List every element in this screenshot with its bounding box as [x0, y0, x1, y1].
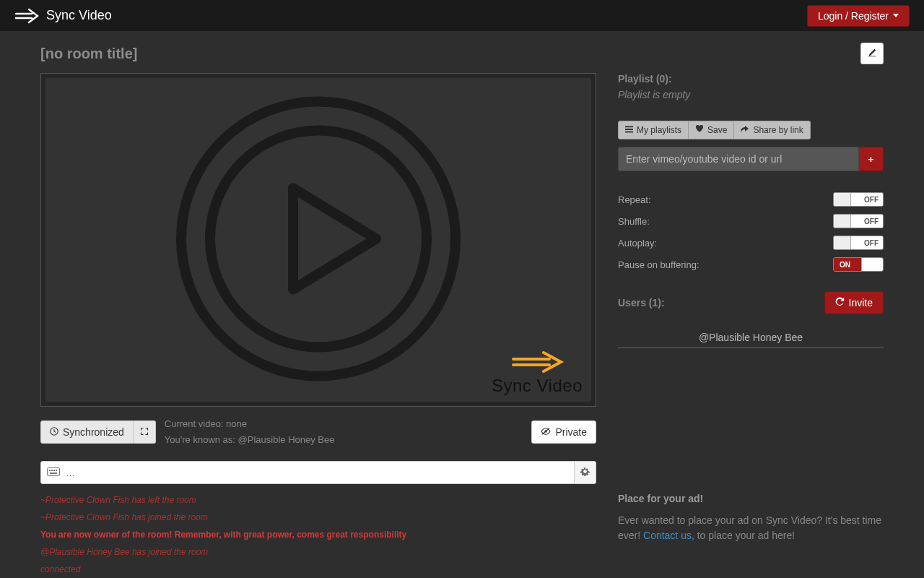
- svg-rect-6: [49, 470, 51, 471]
- gear-icon: [580, 467, 590, 478]
- share-icon: [741, 125, 749, 135]
- player-watermark: Sync Video: [492, 350, 583, 396]
- heart-icon: [695, 125, 704, 135]
- svg-rect-9: [56, 470, 57, 471]
- fullscreen-button[interactable]: [134, 420, 156, 444]
- chat-log-entry: You are now owner of the room! Remember,…: [40, 526, 596, 543]
- users-header: Users (1):: [618, 297, 665, 309]
- ad-header: Place for your ad!: [618, 493, 884, 504]
- edit-icon: [867, 48, 877, 60]
- private-button[interactable]: Private: [531, 420, 596, 444]
- room-title: [no room title]: [40, 46, 137, 62]
- playlist-empty-text: Playlist is empty: [618, 89, 884, 100]
- autoplay-label: Autoplay:: [618, 238, 657, 249]
- playlist-button-group: My playlists Save Share by link: [618, 121, 884, 139]
- pause-buffering-toggle[interactable]: ON: [833, 257, 884, 272]
- svg-point-1: [210, 131, 427, 348]
- repeat-toggle[interactable]: OFF: [833, 192, 884, 207]
- chat-input-row: [40, 461, 596, 484]
- ad-text: Ever wanted to place your ad on Sync Vid…: [618, 513, 884, 543]
- svg-rect-10: [50, 473, 57, 474]
- svg-point-0: [181, 102, 456, 376]
- svg-rect-7: [51, 470, 53, 471]
- add-video-button[interactable]: +: [859, 147, 884, 171]
- caret-down-icon: [893, 14, 899, 17]
- brand-name: Sync Video: [46, 8, 112, 23]
- player-meta: Current video: none You're known as: @Pl…: [165, 417, 523, 447]
- shuffle-toggle[interactable]: OFF: [833, 214, 884, 228]
- play-icon: [174, 95, 463, 386]
- brand[interactable]: Sync Video: [14, 7, 112, 25]
- autoplay-toggle[interactable]: OFF: [833, 236, 884, 250]
- my-playlists-button[interactable]: My playlists: [618, 121, 689, 139]
- contact-us-link[interactable]: Contact us: [643, 530, 692, 541]
- sync-button-group: Synchronized: [40, 420, 156, 444]
- user-list: @Plausible Honey Bee: [618, 327, 884, 348]
- fullscreen-icon: [140, 426, 149, 438]
- playlist-header: Playlist (0):: [618, 73, 884, 85]
- repeat-label: Repeat:: [618, 194, 651, 205]
- synchronized-button[interactable]: Synchronized: [40, 420, 134, 444]
- clock-icon: [50, 426, 58, 438]
- invite-button[interactable]: Invite: [824, 291, 884, 314]
- refresh-icon: [835, 297, 845, 309]
- chat-log-entry: ~Protective Clown Fish has left the room: [40, 491, 596, 509]
- video-player[interactable]: Sync Video: [40, 73, 596, 407]
- svg-rect-8: [53, 470, 55, 471]
- user-list-item[interactable]: @Plausible Honey Bee: [618, 327, 884, 348]
- logo-arrow-icon: [14, 7, 39, 25]
- save-playlist-button[interactable]: Save: [689, 121, 734, 139]
- chat-log: ~Protective Clown Fish has left the room…: [40, 484, 596, 578]
- plus-icon: +: [868, 154, 874, 165]
- top-bar: Sync Video Login / Register: [0, 0, 924, 31]
- chat-log-entry: @Plausible Honey Bee has joined the room: [40, 543, 596, 561]
- keyboard-icon: [41, 467, 66, 478]
- chat-input[interactable]: [66, 462, 574, 483]
- svg-rect-5: [48, 468, 60, 476]
- chat-log-entry: connected: [40, 561, 596, 578]
- login-register-button[interactable]: Login / Register: [807, 5, 910, 27]
- shuffle-label: Shuffle:: [618, 216, 650, 227]
- list-icon: [625, 125, 633, 135]
- chat-settings-button[interactable]: [574, 462, 596, 483]
- edit-title-button[interactable]: [860, 43, 884, 64]
- share-playlist-button[interactable]: Share by link: [734, 121, 810, 139]
- pause-buffering-label: Pause on buffering:: [618, 259, 699, 270]
- chat-log-entry: ~Protective Clown Fish has joined the ro…: [40, 509, 596, 526]
- eye-slash-icon: [541, 426, 551, 438]
- video-url-input[interactable]: [618, 147, 859, 171]
